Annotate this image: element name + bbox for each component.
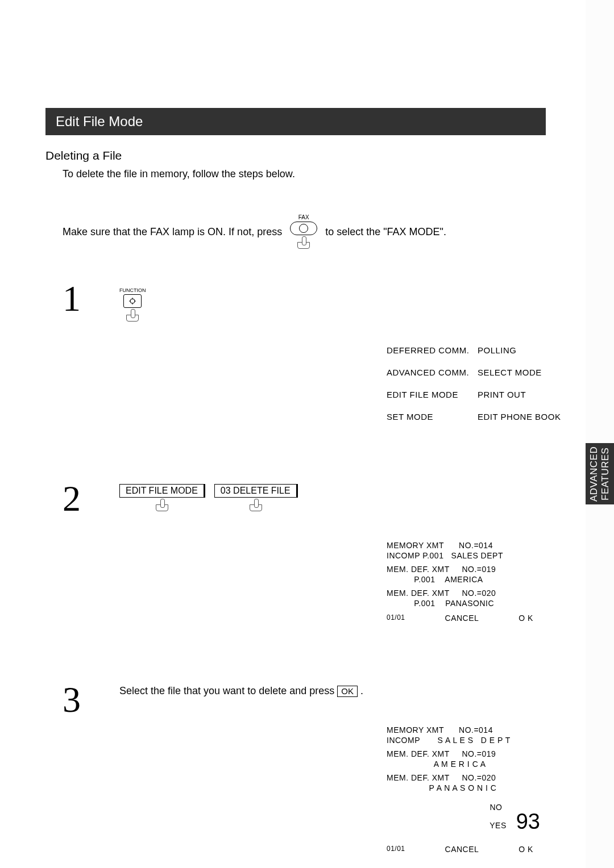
list-row: INCOMP P.001 SALES DEPT	[387, 551, 546, 560]
section-heading: Deleting a File	[45, 149, 546, 162]
display-file-list-2: MEMORY XMT NO.=014 INCOMP S A L E S D E …	[387, 725, 546, 854]
step-number: 3	[63, 685, 85, 714]
intro-text: To delete the file in memory, follow the…	[63, 168, 546, 180]
list-row: MEM. DEF. XMT NO.=020	[387, 773, 546, 782]
step-number: 1	[63, 284, 85, 313]
instr-part-b: to select the "FAX MODE".	[325, 226, 446, 238]
steps: 1 FUNCTION DEFERRED COMM. POLLING ADV	[63, 284, 546, 854]
step3-text-a: Select the file that you want to delete …	[119, 685, 337, 696]
ok-label: O K	[518, 614, 533, 623]
list-row: MEM. DEF. XMT NO.=020	[387, 589, 546, 598]
title-bar: Edit File Mode	[45, 108, 546, 135]
menu-item: SELECT MODE	[478, 368, 569, 377]
delete-file-key: 03 DELETE FILE	[214, 484, 298, 512]
list-row: MEM. DEF. XMT NO.=019	[387, 565, 546, 574]
display-menu: DEFERRED COMM. POLLING ADVANCED COMM. SE…	[387, 345, 569, 422]
yes-label: YES	[489, 821, 507, 830]
page-number: 93	[516, 809, 540, 834]
step-1: 1 FUNCTION DEFERRED COMM. POLLING ADV	[63, 284, 546, 422]
fax-label: FAX	[298, 214, 309, 220]
press-icon	[152, 499, 172, 512]
step-3: 3 Select the file that you want to delet…	[63, 685, 546, 854]
instr-part-a: Make sure that the FAX lamp is ON. If no…	[63, 226, 282, 238]
content-area: Edit File Mode Deleting a File To delete…	[45, 0, 614, 868]
menu-item: POLLING	[478, 345, 569, 355]
step3-instruction: Select the file that you want to delete …	[119, 685, 546, 697]
press-icon	[294, 236, 313, 250]
list-row: INCOMP S A L E S D E P T	[387, 736, 546, 745]
press-icon	[246, 499, 265, 512]
list-row: MEMORY XMT NO.=014	[387, 541, 546, 550]
ok-label: O K	[518, 845, 533, 854]
svg-point-0	[130, 299, 135, 303]
menu-item: ADVANCED COMM.	[387, 368, 478, 377]
page-indicator: 01/01	[387, 845, 405, 854]
menu-item: SET MODE	[387, 412, 478, 422]
cancel-label: CANCEL	[445, 845, 479, 854]
edit-file-mode-key: EDIT FILE MODE	[119, 484, 205, 512]
list-row: P A N A S O N I C	[387, 783, 546, 792]
menu-item: EDIT PHONE BOOK	[478, 412, 569, 422]
step-2: 2 EDIT FILE MODE 03 DELETE FILE MEMO	[63, 484, 546, 623]
page-indicator: 01/01	[387, 614, 405, 623]
ok-key-graphic: OK	[337, 686, 358, 697]
key-label: EDIT FILE MODE	[119, 484, 205, 498]
list-row: P.001 PANASONIC	[387, 599, 546, 608]
fax-instruction: Make sure that the FAX lamp is ON. If no…	[63, 214, 546, 250]
list-row: MEM. DEF. XMT NO.=019	[387, 749, 546, 758]
menu-item: DEFERRED COMM.	[387, 345, 478, 355]
press-icon	[123, 309, 142, 323]
key-label: 03 DELETE FILE	[214, 484, 298, 498]
step-number: 2	[63, 484, 85, 513]
step3-text-b: .	[358, 685, 363, 696]
list-row: MEMORY XMT NO.=014	[387, 725, 546, 735]
list-row: P.001 AMERICA	[387, 575, 546, 584]
menu-item: PRINT OUT	[478, 390, 569, 399]
fax-key-icon	[290, 222, 317, 235]
display-file-list-1: MEMORY XMT NO.=014 INCOMP P.001 SALES DE…	[387, 541, 546, 623]
fax-button-graphic: FAX	[290, 214, 317, 250]
cancel-label: CANCEL	[445, 614, 479, 623]
manual-page: ADVANCED FEATURES Edit File Mode Deletin…	[0, 0, 614, 868]
list-row: A M E R I C A	[387, 760, 546, 769]
function-key-icon	[123, 294, 142, 308]
no-label: NO	[489, 803, 502, 812]
function-label: FUNCTION	[119, 287, 146, 293]
function-button-graphic: FUNCTION	[119, 287, 146, 323]
menu-item: EDIT FILE MODE	[387, 390, 478, 399]
